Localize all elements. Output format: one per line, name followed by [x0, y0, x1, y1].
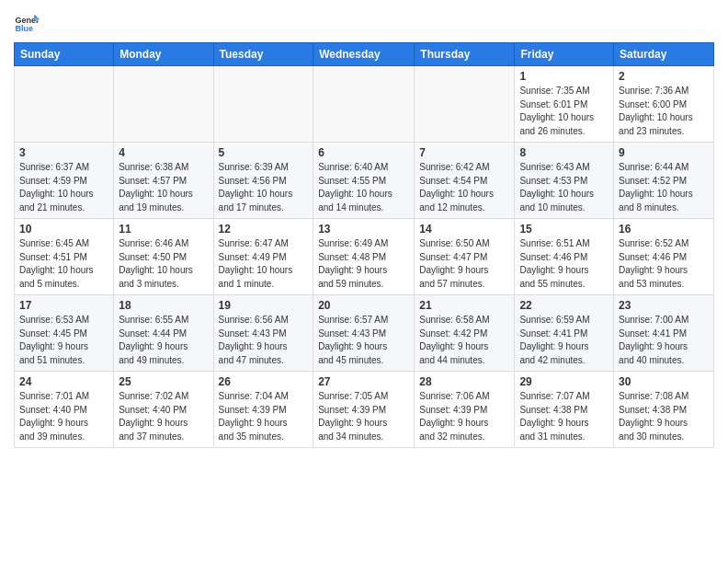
calendar-cell: 23Sunrise: 7:00 AM Sunset: 4:41 PM Dayli…	[614, 295, 714, 372]
day-number: 9	[619, 146, 709, 159]
calendar-cell: 29Sunrise: 7:07 AM Sunset: 4:38 PM Dayli…	[515, 372, 614, 448]
calendar-cell	[213, 66, 313, 143]
day-number: 5	[219, 146, 309, 159]
day-info: Sunrise: 6:40 AM Sunset: 4:55 PM Dayligh…	[318, 161, 409, 214]
day-info: Sunrise: 7:07 AM Sunset: 4:38 PM Dayligh…	[519, 390, 609, 443]
logo-icon: General Blue	[14, 9, 40, 35]
day-info: Sunrise: 7:04 AM Sunset: 4:39 PM Dayligh…	[219, 390, 309, 443]
weekday-header-friday: Friday	[515, 43, 614, 66]
calendar-cell: 21Sunrise: 6:58 AM Sunset: 4:42 PM Dayli…	[415, 295, 515, 372]
day-info: Sunrise: 6:57 AM Sunset: 4:43 PM Dayligh…	[318, 314, 409, 367]
day-number: 15	[519, 223, 609, 236]
calendar-cell: 25Sunrise: 7:02 AM Sunset: 4:40 PM Dayli…	[114, 372, 213, 448]
calendar-cell: 3Sunrise: 6:37 AM Sunset: 4:59 PM Daylig…	[15, 143, 114, 219]
day-info: Sunrise: 6:47 AM Sunset: 4:49 PM Dayligh…	[219, 237, 309, 291]
day-number: 2	[619, 70, 709, 83]
day-info: Sunrise: 6:42 AM Sunset: 4:54 PM Dayligh…	[419, 161, 509, 214]
page-header: General Blue	[14, 9, 714, 35]
day-number: 6	[318, 146, 409, 159]
logo: General Blue	[14, 9, 43, 35]
calendar-cell: 26Sunrise: 7:04 AM Sunset: 4:39 PM Dayli…	[213, 372, 313, 448]
day-info: Sunrise: 6:50 AM Sunset: 4:47 PM Dayligh…	[419, 237, 509, 291]
day-info: Sunrise: 6:43 AM Sunset: 4:53 PM Dayligh…	[519, 161, 609, 214]
day-info: Sunrise: 7:08 AM Sunset: 4:38 PM Dayligh…	[619, 390, 709, 443]
day-info: Sunrise: 6:44 AM Sunset: 4:52 PM Dayligh…	[619, 161, 709, 214]
calendar-cell: 18Sunrise: 6:55 AM Sunset: 4:44 PM Dayli…	[114, 295, 213, 372]
calendar-cell: 4Sunrise: 6:38 AM Sunset: 4:57 PM Daylig…	[114, 143, 213, 219]
calendar-cell	[114, 66, 213, 143]
calendar-cell: 5Sunrise: 6:39 AM Sunset: 4:56 PM Daylig…	[213, 143, 313, 219]
calendar-cell: 12Sunrise: 6:47 AM Sunset: 4:49 PM Dayli…	[213, 219, 313, 295]
day-number: 11	[119, 223, 208, 236]
day-info: Sunrise: 6:55 AM Sunset: 4:44 PM Dayligh…	[119, 314, 208, 367]
calendar-cell: 28Sunrise: 7:06 AM Sunset: 4:39 PM Dayli…	[415, 372, 515, 448]
day-number: 25	[119, 375, 208, 388]
calendar-week-1: 3Sunrise: 6:37 AM Sunset: 4:59 PM Daylig…	[15, 143, 714, 219]
day-number: 8	[519, 146, 609, 159]
calendar-week-2: 10Sunrise: 6:45 AM Sunset: 4:51 PM Dayli…	[15, 219, 714, 295]
calendar-week-3: 17Sunrise: 6:53 AM Sunset: 4:45 PM Dayli…	[15, 295, 714, 372]
calendar-cell	[15, 66, 114, 143]
calendar-cell: 15Sunrise: 6:51 AM Sunset: 4:46 PM Dayli…	[515, 219, 614, 295]
day-number: 10	[19, 223, 108, 236]
day-number: 13	[318, 223, 409, 236]
day-info: Sunrise: 7:35 AM Sunset: 6:01 PM Dayligh…	[519, 85, 609, 138]
day-number: 19	[219, 299, 309, 312]
calendar-cell: 7Sunrise: 6:42 AM Sunset: 4:54 PM Daylig…	[415, 143, 515, 219]
svg-text:Blue: Blue	[15, 24, 33, 33]
calendar-cell	[415, 66, 515, 143]
calendar-cell: 9Sunrise: 6:44 AM Sunset: 4:52 PM Daylig…	[614, 143, 714, 219]
calendar-cell: 27Sunrise: 7:05 AM Sunset: 4:39 PM Dayli…	[313, 372, 415, 448]
weekday-header-wednesday: Wednesday	[313, 43, 415, 66]
day-number: 12	[219, 223, 309, 236]
calendar-cell: 20Sunrise: 6:57 AM Sunset: 4:43 PM Dayli…	[313, 295, 415, 372]
calendar-cell: 17Sunrise: 6:53 AM Sunset: 4:45 PM Dayli…	[15, 295, 114, 372]
day-number: 14	[419, 223, 509, 236]
weekday-row: SundayMondayTuesdayWednesdayThursdayFrid…	[15, 43, 714, 66]
calendar-cell: 8Sunrise: 6:43 AM Sunset: 4:53 PM Daylig…	[515, 143, 614, 219]
day-number: 27	[318, 375, 409, 388]
calendar-cell: 1Sunrise: 7:35 AM Sunset: 6:01 PM Daylig…	[515, 66, 614, 143]
calendar-cell: 16Sunrise: 6:52 AM Sunset: 4:46 PM Dayli…	[614, 219, 714, 295]
day-number: 28	[419, 375, 509, 388]
weekday-header-saturday: Saturday	[614, 43, 714, 66]
day-info: Sunrise: 7:36 AM Sunset: 6:00 PM Dayligh…	[619, 85, 709, 138]
day-info: Sunrise: 6:52 AM Sunset: 4:46 PM Dayligh…	[619, 237, 709, 291]
calendar-cell: 13Sunrise: 6:49 AM Sunset: 4:48 PM Dayli…	[313, 219, 415, 295]
day-info: Sunrise: 6:45 AM Sunset: 4:51 PM Dayligh…	[19, 237, 108, 291]
weekday-header-monday: Monday	[114, 43, 213, 66]
day-info: Sunrise: 7:06 AM Sunset: 4:39 PM Dayligh…	[419, 390, 509, 443]
day-number: 20	[318, 299, 409, 312]
calendar-cell: 2Sunrise: 7:36 AM Sunset: 6:00 PM Daylig…	[614, 66, 714, 143]
day-number: 1	[519, 70, 609, 83]
day-info: Sunrise: 6:37 AM Sunset: 4:59 PM Dayligh…	[19, 161, 108, 214]
calendar-header: SundayMondayTuesdayWednesdayThursdayFrid…	[15, 43, 714, 66]
calendar-cell: 6Sunrise: 6:40 AM Sunset: 4:55 PM Daylig…	[313, 143, 415, 219]
day-info: Sunrise: 6:51 AM Sunset: 4:46 PM Dayligh…	[519, 237, 609, 291]
day-info: Sunrise: 7:02 AM Sunset: 4:40 PM Dayligh…	[119, 390, 208, 443]
day-number: 3	[19, 146, 108, 159]
day-number: 30	[619, 375, 709, 388]
day-info: Sunrise: 6:56 AM Sunset: 4:43 PM Dayligh…	[219, 314, 309, 367]
day-info: Sunrise: 6:59 AM Sunset: 4:41 PM Dayligh…	[519, 314, 609, 367]
day-info: Sunrise: 6:53 AM Sunset: 4:45 PM Dayligh…	[19, 314, 108, 367]
day-number: 24	[19, 375, 108, 388]
weekday-header-sunday: Sunday	[15, 43, 114, 66]
calendar-cell: 11Sunrise: 6:46 AM Sunset: 4:50 PM Dayli…	[114, 219, 213, 295]
calendar-week-0: 1Sunrise: 7:35 AM Sunset: 6:01 PM Daylig…	[15, 66, 714, 143]
day-number: 26	[219, 375, 309, 388]
calendar-cell: 30Sunrise: 7:08 AM Sunset: 4:38 PM Dayli…	[614, 372, 714, 448]
calendar-cell: 10Sunrise: 6:45 AM Sunset: 4:51 PM Dayli…	[15, 219, 114, 295]
day-number: 29	[519, 375, 609, 388]
day-number: 4	[119, 146, 208, 159]
calendar-cell: 24Sunrise: 7:01 AM Sunset: 4:40 PM Dayli…	[15, 372, 114, 448]
calendar-table: SundayMondayTuesdayWednesdayThursdayFrid…	[14, 42, 714, 448]
day-number: 18	[119, 299, 208, 312]
day-number: 7	[419, 146, 509, 159]
weekday-header-thursday: Thursday	[415, 43, 515, 66]
day-info: Sunrise: 7:00 AM Sunset: 4:41 PM Dayligh…	[619, 314, 709, 367]
day-info: Sunrise: 7:05 AM Sunset: 4:39 PM Dayligh…	[318, 390, 409, 443]
day-info: Sunrise: 6:49 AM Sunset: 4:48 PM Dayligh…	[318, 237, 409, 291]
day-info: Sunrise: 6:58 AM Sunset: 4:42 PM Dayligh…	[419, 314, 509, 367]
weekday-header-tuesday: Tuesday	[213, 43, 313, 66]
